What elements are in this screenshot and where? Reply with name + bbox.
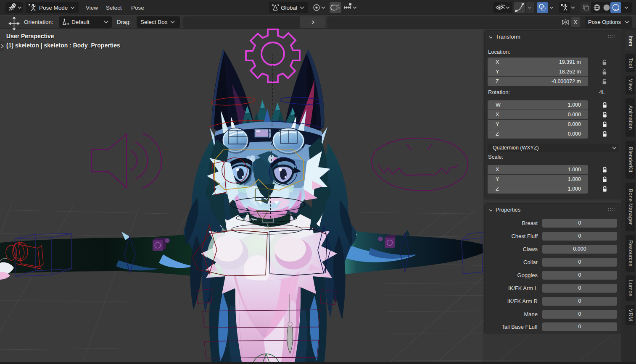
svg-text:View: View [86,5,98,11]
svg-text:Drag:: Drag: [117,19,131,25]
svg-text:Default: Default [71,19,90,25]
svg-text:Orientation:: Orientation: [24,19,53,25]
svg-text:Pose Mode: Pose Mode [39,5,68,11]
svg-text:Select Box: Select Box [140,19,168,25]
svg-text:X: X [574,19,578,25]
svg-text:Pose Options: Pose Options [588,19,621,25]
svg-text:Global: Global [281,5,297,11]
svg-text:Pose: Pose [131,5,144,11]
svg-text:Select: Select [106,5,122,11]
